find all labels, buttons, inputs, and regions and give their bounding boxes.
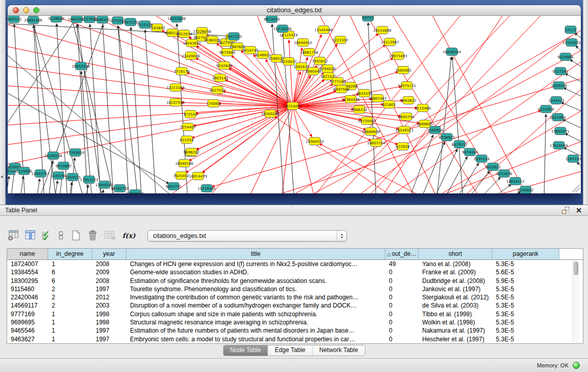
table-cell[interactable]: 1998 (92, 310, 126, 318)
table-row[interactable]: 911546021997Tourette syndrome. Phenomeno… (7, 285, 583, 293)
table-cell[interactable]: 5.3E-5 (492, 301, 559, 310)
graph-node[interactable]: 7254407 (180, 123, 195, 131)
table-row[interactable]: 946362711997Embryonic stem cells: a mode… (7, 335, 583, 343)
graph-node[interactable]: 7485063 (395, 67, 411, 74)
memory-status-led[interactable] (573, 362, 580, 369)
graph-node[interactable]: 12942757 (31, 170, 50, 178)
table-cell[interactable]: 9777169 (7, 310, 48, 318)
graph-node[interactable]: 7986372 (351, 106, 367, 114)
table-row[interactable]: 1830029562008Estimation of significance … (7, 277, 583, 285)
network-canvas[interactable]: 1872400771638228860128891293423226058982… (8, 16, 581, 193)
table-cell[interactable]: 5.3E-5 (492, 326, 559, 335)
table-cell[interactable]: 5.3E-5 (492, 285, 559, 293)
graph-node[interactable]: 6794028 (319, 65, 335, 73)
graph-node[interactable]: 8938923 (439, 134, 454, 141)
table-cell[interactable]: 18300295 (7, 277, 48, 285)
table-cell[interactable]: Tibbo et al. (1998) (419, 310, 492, 318)
tab-node-table[interactable]: Node Table (223, 345, 268, 356)
table-cell[interactable]: Embryonic stem cells: a model to study s… (126, 335, 385, 343)
table-cell[interactable]: Estimation of the future numbers of pati… (126, 326, 385, 335)
graph-node[interactable]: 9227341 (552, 68, 568, 75)
table-cell[interactable]: 9115460 (7, 285, 48, 293)
graph-node[interactable]: 10973493 (389, 52, 407, 60)
graph-node[interactable]: 9126640 (48, 16, 64, 23)
graph-node[interactable]: 8471676 (496, 170, 512, 178)
graph-node[interactable]: 16914479 (189, 172, 207, 180)
graph-node[interactable]: 9115460 (415, 104, 430, 112)
column-header-in_degree[interactable]: in_degree (48, 249, 92, 259)
table-cell[interactable]: 1 (48, 318, 92, 326)
graph-node[interactable]: 12213967 (381, 38, 399, 46)
table-source-select[interactable]: citations_edges.txt ▲▼ (147, 230, 347, 242)
graph-node[interactable]: 1640954 (427, 126, 443, 134)
graph-node[interactable]: 20206556 (44, 152, 62, 160)
tab-edge-table[interactable]: Edge Table (268, 345, 313, 356)
graph-node[interactable]: 7632621 (485, 163, 500, 171)
table-cell[interactable]: 2008 (92, 260, 126, 268)
column-header-short[interactable]: short (419, 249, 492, 259)
graph-node[interactable]: 12112 (565, 26, 576, 34)
graph-node[interactable]: 15751074 (562, 39, 581, 47)
table-cell[interactable]: Wolkin et al. (1998) (419, 318, 492, 326)
table-cell[interactable]: 49 (385, 260, 419, 268)
graph-node[interactable]: 10688609 (362, 128, 380, 136)
table-row[interactable]: 1938455462009Genome-wide association stu… (7, 268, 583, 276)
graph-node[interactable]: 9498222 (183, 148, 199, 156)
graph-node[interactable]: 1244413 (548, 97, 564, 104)
deselect-all-icon[interactable] (57, 230, 65, 241)
graph-node[interactable]: 8427552 (209, 86, 225, 94)
graph-node[interactable]: 12213369 (166, 84, 185, 92)
table-cell[interactable]: Estimation of significance thresholds fo… (126, 277, 385, 285)
graph-node[interactable]: 20891406 (24, 16, 42, 24)
table-cell[interactable]: 1 (48, 326, 92, 335)
float-panel-icon[interactable] (562, 207, 569, 214)
graph-node[interactable]: 16033809 (167, 16, 186, 23)
graph-node[interactable]: 12975115 (398, 82, 416, 90)
table-cell[interactable]: Hescheler et al. (1997) (419, 335, 492, 343)
table-cell[interactable]: 5.6E-5 (492, 268, 559, 276)
table-cell[interactable]: 5.3E-5 (492, 310, 559, 318)
graph-node[interactable]: 1145194 (50, 172, 67, 180)
graph-node[interactable]: 615928 (396, 143, 410, 150)
table-cell[interactable]: 1 (48, 335, 92, 343)
graph-node[interactable]: 7955812 (312, 57, 328, 65)
table-cell[interactable]: 5.5E-5 (492, 293, 559, 301)
close-panel-icon[interactable]: ✕ (576, 207, 582, 214)
graph-node[interactable]: 7857223 (226, 33, 242, 40)
graph-node[interactable]: 6497568 (333, 85, 349, 93)
minimize-window-button[interactable] (23, 7, 29, 13)
table-cell[interactable]: 2008 (92, 277, 126, 285)
table-cell[interactable]: 1997 (92, 326, 126, 335)
table-cell[interactable]: Changes of HCN gene expression and I(f) … (126, 260, 385, 268)
table-cell[interactable]: Tourette syndrome. Phenomenology and cla… (126, 285, 385, 293)
table-cell[interactable]: 1 (48, 310, 92, 318)
table-cell[interactable]: 0 (385, 277, 419, 285)
graph-node[interactable]: 9875685 (219, 49, 235, 56)
table-cell[interactable]: 14569117 (7, 301, 48, 310)
column-header-pagerank[interactable]: pagerank (492, 249, 559, 259)
table-cell[interactable]: 22420046 (7, 293, 48, 301)
graph-node[interactable]: 8912934 (176, 30, 192, 38)
graph-node[interactable]: 1209358 (551, 82, 567, 90)
graph-node[interactable]: 5405571 (8, 16, 22, 23)
table-cell[interactable]: 19384554 (7, 268, 48, 276)
graph-node[interactable]: 16648784 (443, 48, 461, 56)
graph-node[interactable]: 17957223 (80, 176, 98, 184)
table-cell[interactable]: 5.3E-5 (492, 260, 559, 268)
table-cell[interactable]: 1997 (92, 335, 126, 343)
table-cell[interactable]: de Silva et al. (2003) (419, 301, 492, 310)
table-cell[interactable]: Disruption of a novel member of a sodium… (126, 301, 385, 310)
table-cell[interactable]: 1997 (92, 285, 126, 293)
graph-node[interactable]: 9975887 (55, 162, 71, 170)
close-window-button[interactable] (13, 7, 19, 13)
zoom-window-button[interactable] (33, 7, 39, 13)
table-cell[interactable]: 2012 (92, 293, 126, 301)
graph-node[interactable]: 8220037 (280, 58, 296, 65)
table-cell[interactable]: 2 (48, 293, 92, 301)
graph-node[interactable]: 16549323 (395, 126, 413, 134)
table-row[interactable]: 977716911998Corpus callosum shape and si… (7, 310, 583, 318)
column-header-year[interactable]: year (92, 249, 126, 259)
graph-node[interactable]: 9463627 (400, 97, 416, 104)
graph-node[interactable]: 6479197 (451, 141, 467, 148)
tab-network-table[interactable]: Network Table (313, 345, 365, 356)
